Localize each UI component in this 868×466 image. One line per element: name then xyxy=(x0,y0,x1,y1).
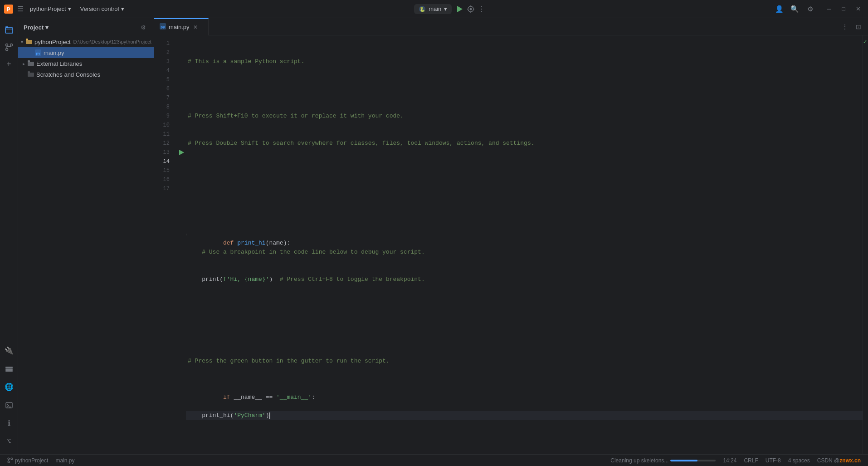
sidebar-icon-layers[interactable] xyxy=(1,361,17,377)
main-area: + 🔌 🌐 ℹ ⌥ xyxy=(0,18,868,454)
line-num-6: 6 xyxy=(154,84,173,93)
titlebar-left: P ☰ pythonProject ▾ Version control ▾ xyxy=(4,4,127,14)
tab-bar: py main.py ✕ ⋮ ⊡ xyxy=(154,18,868,35)
svg-point-14 xyxy=(10,44,12,46)
sidebar-icon-plugins[interactable]: 🔌 xyxy=(1,343,17,359)
hamburger-icon[interactable]: ☰ xyxy=(17,5,24,14)
external-libs-icon xyxy=(27,60,34,67)
run-config-chevron: ▾ xyxy=(444,5,447,12)
line-num-15: 15 xyxy=(154,166,173,175)
sidebar-icon-project[interactable] xyxy=(1,22,17,38)
gutter-10 xyxy=(177,121,186,130)
code-content[interactable]: # This is a sample Python script. # Pres… xyxy=(186,35,863,454)
run-button[interactable] xyxy=(455,5,463,13)
line-num-5: 5 xyxy=(154,75,173,84)
sidebar-icon-earth[interactable]: 🌐 xyxy=(1,379,17,395)
sidebar-icon-terminal[interactable] xyxy=(1,397,17,413)
app-name-chevron: ▾ xyxy=(68,5,71,12)
minimize-button[interactable]: ─ xyxy=(823,3,835,15)
line-num-13: 13 xyxy=(154,148,173,157)
panel-title: Project xyxy=(24,24,44,31)
status-skeleton: Cleaning up skeletons... xyxy=(607,457,719,464)
status-linesep[interactable]: CRLF xyxy=(740,457,761,464)
code-line-11 xyxy=(186,329,863,338)
run-gutter-icon[interactable] xyxy=(178,149,185,156)
svg-rect-22 xyxy=(26,40,32,44)
scratches-label: Scratches and Consoles xyxy=(36,71,100,78)
titlebar: P ☰ pythonProject ▾ Version control ▾ 🐍 … xyxy=(0,0,868,18)
position-label: 14:24 xyxy=(723,457,736,464)
editor-tab-mainpy[interactable]: py main.py ✕ xyxy=(154,18,209,35)
git-branch-icon xyxy=(7,457,13,463)
titlebar-center: 🐍 main ▾ ⋮ xyxy=(127,4,773,14)
tree-item-mainpy[interactable]: ▸ py main.py xyxy=(18,47,154,58)
code-line-12: # Press the green button in the gutter t… xyxy=(186,357,863,366)
line-num-14: 14 xyxy=(154,157,173,166)
more-actions-button[interactable]: ⋮ xyxy=(478,5,485,13)
debug-button[interactable] xyxy=(467,5,474,13)
panel-settings-button[interactable]: ⚙ xyxy=(138,22,148,32)
gutter-16 xyxy=(177,175,186,184)
watermark: CSDN @znwx.cn xyxy=(814,457,864,464)
gutter-13[interactable] xyxy=(177,148,186,157)
svg-rect-27 xyxy=(28,60,30,62)
run-config-label: main xyxy=(429,5,441,12)
tree-item-external-libs[interactable]: ▸ External Libraries xyxy=(18,58,154,69)
status-branch[interactable]: pythonProject xyxy=(4,455,52,466)
close-button[interactable]: ✕ xyxy=(852,3,864,15)
tab-close-button[interactable]: ✕ xyxy=(192,24,199,30)
restore-button[interactable]: □ xyxy=(837,3,850,15)
code-line-10 xyxy=(186,302,863,311)
settings-button[interactable]: ⚙ xyxy=(804,3,816,15)
gutter-7 xyxy=(177,93,186,103)
tab-more-button[interactable]: ⋮ xyxy=(839,21,851,33)
progress-fill xyxy=(670,460,697,461)
gutter-17 xyxy=(177,184,186,193)
check-mark-icon: ✓ xyxy=(863,37,867,46)
user-button[interactable]: 👤 xyxy=(773,3,785,15)
line-num-7: 7 xyxy=(154,93,173,103)
svg-rect-17 xyxy=(5,367,13,368)
sidebar-icon-more[interactable]: + xyxy=(1,56,17,73)
sidebar-icon-git[interactable] xyxy=(1,39,17,55)
line-num-16: 16 xyxy=(154,175,173,184)
code-line-5 xyxy=(186,166,863,175)
line-num-2: 2 xyxy=(154,48,173,57)
code-line-4: # Press Double Shift to search everywher… xyxy=(186,139,863,148)
version-control-button[interactable]: Version control ▾ xyxy=(78,5,127,13)
status-bar: pythonProject main.py Cleaning up skelet… xyxy=(0,454,868,466)
tab-expand-button[interactable]: ⊡ xyxy=(853,21,864,33)
titlebar-right: 👤 🔍 ⚙ ─ □ ✕ xyxy=(773,3,864,15)
gutter-9 xyxy=(177,112,186,121)
status-breadcrumb[interactable]: main.py xyxy=(52,455,78,466)
svg-text:py: py xyxy=(161,25,165,29)
window-controls: ─ □ ✕ xyxy=(823,3,864,15)
line-num-8: 8 xyxy=(154,103,173,112)
sidebar-icon-git2[interactable]: ⌥ xyxy=(1,433,17,450)
scratches-icon xyxy=(27,71,34,78)
app-name-button[interactable]: pythonProject ▾ xyxy=(27,5,74,13)
project-name: pythonProject xyxy=(34,39,71,45)
gutter-5 xyxy=(177,75,186,84)
editor-area: py main.py ✕ ⋮ ⊡ 1 2 3 4 5 6 7 8 xyxy=(154,18,868,454)
code-line-13: if __name__ == '__main__': xyxy=(186,384,863,393)
py-file-icon: py xyxy=(34,49,42,56)
line-num-9: 9 xyxy=(154,112,173,121)
breadcrumb-file: main.py xyxy=(55,457,74,464)
status-encoding[interactable]: UTF-8 xyxy=(762,457,785,464)
status-indent[interactable]: 4 spaces xyxy=(785,457,814,464)
tree-item-pythonproject[interactable]: ▾ pythonProject D:\User\Desktop\123\pyth… xyxy=(18,36,154,47)
status-position[interactable]: 14:24 xyxy=(719,457,740,464)
panel-title-arrow[interactable]: ▾ xyxy=(45,24,49,31)
svg-rect-11 xyxy=(5,28,13,33)
line-num-11: 11 xyxy=(154,130,173,139)
svg-rect-28 xyxy=(28,73,34,77)
app-icon: P xyxy=(4,4,14,14)
encoding-label: UTF-8 xyxy=(766,457,781,464)
tree-arrow-pythonproject: ▾ xyxy=(18,38,25,45)
sidebar-icon-info[interactable]: ℹ xyxy=(1,415,17,432)
search-button[interactable]: 🔍 xyxy=(788,3,801,15)
line-numbers: 1 2 3 4 5 6 7 8 9 10 11 12 13 14 15 16 1… xyxy=(154,35,177,454)
svg-point-15 xyxy=(5,49,8,51)
tree-item-scratches[interactable]: ▸ Scratches and Consoles xyxy=(18,69,154,80)
